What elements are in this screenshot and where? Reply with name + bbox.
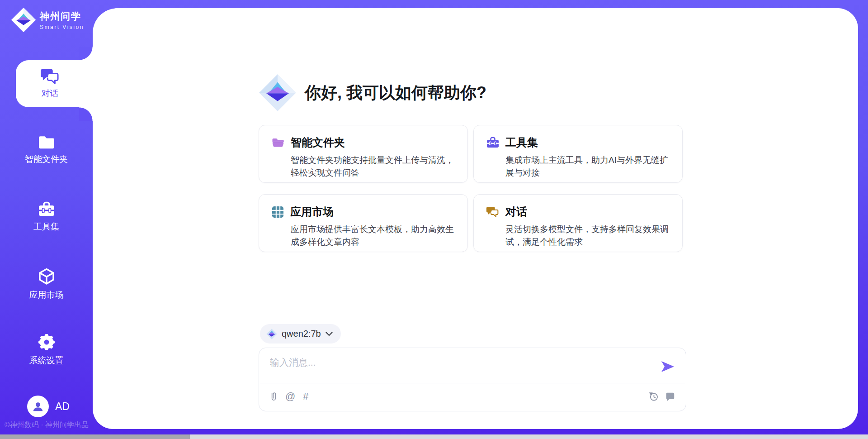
sidebar-item-label: 智能文件夹 — [25, 153, 68, 165]
chevron-down-icon — [326, 332, 333, 336]
card-title: 对话 — [505, 205, 527, 219]
sidebar-item-label: 系统设置 — [29, 355, 64, 367]
chat-icon — [486, 206, 499, 218]
card-description: 智能文件夹功能支持批量文件上传与清洗，轻松实现文件问答 — [291, 154, 454, 179]
user-initials: AD — [55, 401, 70, 413]
mention-button[interactable]: @ — [285, 391, 295, 402]
card-title: 智能文件夹 — [291, 135, 345, 150]
scrollbar-thumb[interactable] — [0, 434, 190, 439]
gear-icon — [38, 333, 56, 351]
user-account[interactable]: AD — [27, 396, 70, 417]
folder-icon — [38, 134, 56, 150]
card-description: 灵活切换多模型文件，支持多样回复效果调试，满足个性化需求 — [505, 223, 669, 248]
card-description: 应用市场提供丰富长文本模板，助力高效生成多样化文章内容 — [291, 223, 454, 248]
sidebar-item-label: 工具集 — [33, 221, 59, 233]
chat-bubble-icon — [665, 391, 675, 401]
model-selector[interactable]: qwen2:7b — [260, 324, 341, 344]
card-smart-folder[interactable]: 智能文件夹 智能文件夹功能支持批量文件上传与清洗，轻松实现文件问答 — [259, 125, 468, 183]
tab-fillet-bottom — [79, 107, 93, 121]
card-title: 应用市场 — [290, 205, 334, 219]
history-button[interactable] — [649, 391, 659, 401]
message-composer: @ # — [259, 348, 686, 411]
greeting-block: 你好, 我可以如何帮助你? — [259, 74, 486, 112]
assistant-diamond-icon — [259, 74, 297, 112]
chat-bubbles-icon — [41, 68, 60, 85]
sidebar-item-label: 应用市场 — [29, 289, 64, 301]
sidebar-item-app-market[interactable]: 应用市场 — [0, 267, 93, 301]
app-logo: 神州问学 Smart Vision — [11, 7, 84, 33]
copyright-text: ©神州数码 · 神州问学出品 — [5, 420, 89, 430]
brand-diamond-icon — [11, 7, 36, 33]
sidebar-item-settings[interactable]: 系统设置 — [0, 333, 93, 367]
sidebar-item-label: 对话 — [42, 88, 59, 100]
grid-icon — [272, 206, 284, 218]
cube-icon — [38, 267, 56, 286]
folder-open-icon — [272, 137, 284, 148]
briefcase-icon — [38, 201, 56, 217]
greeting-title: 你好, 我可以如何帮助你? — [305, 82, 486, 104]
avatar — [27, 396, 49, 417]
card-toolset[interactable]: 工具集 集成市场上主流工具，助力AI与外界无缝扩展与对接 — [473, 125, 683, 183]
person-icon — [32, 401, 44, 412]
tab-fillet-top — [79, 47, 93, 60]
history-icon — [649, 391, 659, 401]
card-title: 工具集 — [505, 135, 538, 150]
card-app-market[interactable]: 应用市场 应用市场提供丰富长文本模板，助力高效生成多样化文章内容 — [259, 194, 468, 252]
toolbox-icon — [486, 137, 499, 148]
sidebar-item-toolset[interactable]: 工具集 — [0, 201, 93, 233]
hashtag-button[interactable]: # — [303, 391, 308, 402]
model-name: qwen2:7b — [282, 329, 321, 339]
message-input[interactable] — [270, 356, 650, 380]
brand-subtitle: Smart Vision — [40, 24, 84, 30]
send-icon[interactable] — [660, 360, 675, 373]
attach-button[interactable] — [270, 391, 278, 402]
paperclip-icon — [270, 391, 278, 402]
card-description: 集成市场上主流工具，助力AI与外界无缝扩展与对接 — [505, 154, 669, 179]
composer-divider — [260, 383, 685, 383]
card-chat[interactable]: 对话 灵活切换多模型文件，支持多样回复效果调试，满足个性化需求 — [473, 194, 683, 252]
new-chat-button[interactable] — [665, 391, 675, 401]
horizontal-scrollbar — [0, 434, 868, 439]
app-root: { "brand": { "name": "神州问学", "subtitle":… — [0, 0, 868, 439]
brand-name: 神州问学 — [40, 10, 84, 23]
model-diamond-icon — [266, 329, 277, 339]
sidebar-item-chat[interactable]: 对话 — [16, 60, 95, 107]
sidebar-item-smart-folder[interactable]: 智能文件夹 — [0, 134, 93, 165]
